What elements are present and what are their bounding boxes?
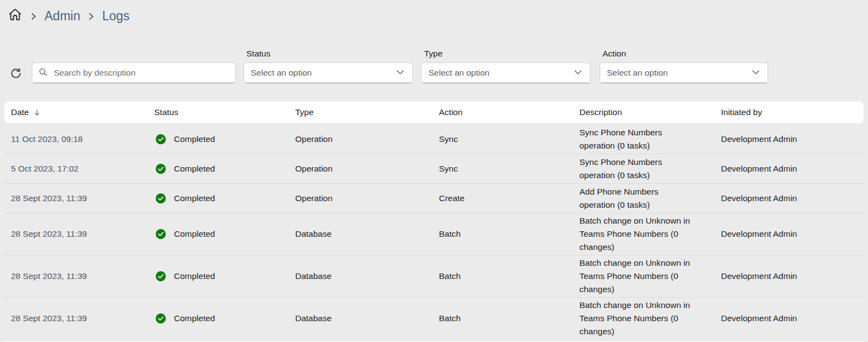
checkmark-circle-icon: [155, 271, 166, 282]
log-type: Database: [295, 270, 439, 283]
log-status: Completed: [155, 227, 295, 241]
log-status: Completed: [155, 270, 295, 283]
table-row[interactable]: 5 Oct 2023, 17:02 Completed Operation Sy…: [4, 154, 864, 184]
log-status: Completed: [155, 162, 295, 175]
column-header-description[interactable]: Description: [579, 107, 721, 117]
arrow-down-sort-icon: [33, 109, 41, 117]
log-status-label: Completed: [174, 227, 215, 241]
breadcrumb-item-logs[interactable]: Logs: [102, 9, 129, 24]
log-date: 11 Oct 2023, 09:18: [11, 133, 154, 146]
log-initiated-by: Development Admin: [721, 270, 864, 283]
log-status-label: Completed: [174, 312, 215, 325]
checkmark-circle-icon: [155, 229, 166, 240]
action-filter-group: Action Select an option: [600, 49, 768, 83]
table-row[interactable]: 11 Oct 2023, 09:18 Completed Operation S…: [4, 124, 864, 154]
filter-bar: Status Select an option Type Select an o…: [0, 47, 868, 84]
log-initiated-by: Development Admin: [721, 192, 864, 205]
log-description: Batch change on Unknown in Teams Phone N…: [579, 299, 721, 338]
status-filter-label: Status: [246, 49, 413, 59]
log-action: Sync: [439, 162, 579, 175]
checkmark-circle-icon: [155, 313, 166, 324]
type-filter-label: Type: [424, 49, 590, 59]
log-description: Add Phone Numbers operation (0 tasks): [579, 185, 721, 212]
log-initiated-by: Development Admin: [721, 227, 864, 241]
log-action: Batch: [439, 227, 579, 241]
table-row[interactable]: 28 Sept 2023, 11:39 Completed Database B…: [4, 255, 864, 298]
log-action: Batch: [439, 270, 579, 283]
log-status: Completed: [155, 133, 295, 146]
log-status-label: Completed: [174, 162, 215, 175]
search-icon: [38, 67, 48, 79]
log-description: Batch change on Unknown in Teams Phone N…: [579, 256, 721, 296]
refresh-button[interactable]: [9, 67, 23, 81]
search-box: [32, 62, 236, 83]
search-input[interactable]: [53, 67, 230, 78]
status-filter-group: Status Select an option: [244, 49, 413, 83]
column-header-date-label: Date: [11, 107, 29, 117]
breadcrumb-item-admin[interactable]: Admin: [44, 9, 80, 24]
checkmark-circle-icon: [155, 134, 166, 145]
log-date: 5 Oct 2023, 17:02: [11, 162, 154, 175]
log-status: Completed: [155, 192, 295, 205]
log-description: Batch change on Unknown in Teams Phone N…: [579, 214, 721, 254]
log-date: 28 Sept 2023, 11:39: [11, 192, 154, 205]
column-header-date[interactable]: Date: [11, 107, 154, 117]
action-filter-value: Select an option: [607, 68, 668, 78]
log-status-label: Completed: [174, 270, 215, 283]
log-action: Sync: [439, 133, 579, 146]
log-date: 28 Sept 2023, 11:39: [11, 227, 154, 241]
log-status: Completed: [155, 312, 295, 325]
action-filter-label: Action: [602, 49, 768, 59]
action-filter-dropdown[interactable]: Select an option: [600, 62, 768, 83]
breadcrumb: Admin Logs: [8, 7, 129, 25]
next-row-partial: [4, 340, 864, 342]
logs-table: Date Status Type Action Description Init…: [4, 101, 864, 342]
home-icon: [8, 7, 22, 25]
status-filter-value: Select an option: [251, 68, 312, 78]
column-header-initiated-by[interactable]: Initiated by: [721, 107, 864, 117]
table-row[interactable]: 28 Sept 2023, 11:39 Completed Database B…: [4, 298, 864, 340]
log-initiated-by: Development Admin: [721, 312, 864, 325]
log-status-label: Completed: [174, 192, 215, 205]
status-filter-dropdown[interactable]: Select an option: [244, 62, 413, 83]
log-initiated-by: Development Admin: [721, 162, 864, 175]
log-type: Operation: [295, 192, 439, 205]
log-action: Create: [439, 192, 579, 205]
chevron-right-icon: [87, 12, 95, 21]
log-status-label: Completed: [174, 133, 215, 146]
column-header-type[interactable]: Type: [295, 107, 439, 117]
chevron-down-icon: [395, 67, 405, 79]
type-filter-dropdown[interactable]: Select an option: [421, 62, 590, 83]
chevron-down-icon: [573, 67, 583, 79]
checkmark-circle-icon: [155, 163, 166, 174]
table-body: 11 Oct 2023, 09:18 Completed Operation S…: [4, 124, 864, 340]
table-row[interactable]: 28 Sept 2023, 11:39 Completed Operation …: [4, 184, 864, 213]
home-breadcrumb-link[interactable]: [8, 7, 22, 25]
column-header-status[interactable]: Status: [154, 107, 295, 117]
chevron-right-icon: [29, 12, 38, 21]
table-header-row: Date Status Type Action Description Init…: [4, 101, 864, 123]
admin-logs-page: Admin Logs Status: [0, 0, 868, 342]
log-initiated-by: Development Admin: [721, 133, 864, 146]
log-type: Operation: [295, 162, 439, 175]
log-description: Sync Phone Numbers operation (0 tasks): [579, 126, 721, 152]
log-date: 28 Sept 2023, 11:39: [11, 270, 154, 283]
log-description: Sync Phone Numbers operation (0 tasks): [579, 156, 721, 182]
column-header-action[interactable]: Action: [439, 107, 579, 117]
refresh-icon: [9, 73, 22, 82]
type-filter-value: Select an option: [429, 68, 489, 78]
type-filter-group: Type Select an option: [421, 49, 590, 83]
log-type: Database: [295, 227, 439, 241]
checkmark-circle-icon: [155, 193, 166, 204]
chevron-down-icon: [751, 67, 761, 79]
log-date: 28 Sept 2023, 11:39: [11, 312, 154, 325]
log-action: Batch: [439, 312, 579, 325]
log-type: Operation: [295, 133, 439, 146]
log-type: Database: [295, 312, 439, 325]
table-row[interactable]: 28 Sept 2023, 11:39 Completed Database B…: [4, 213, 864, 255]
